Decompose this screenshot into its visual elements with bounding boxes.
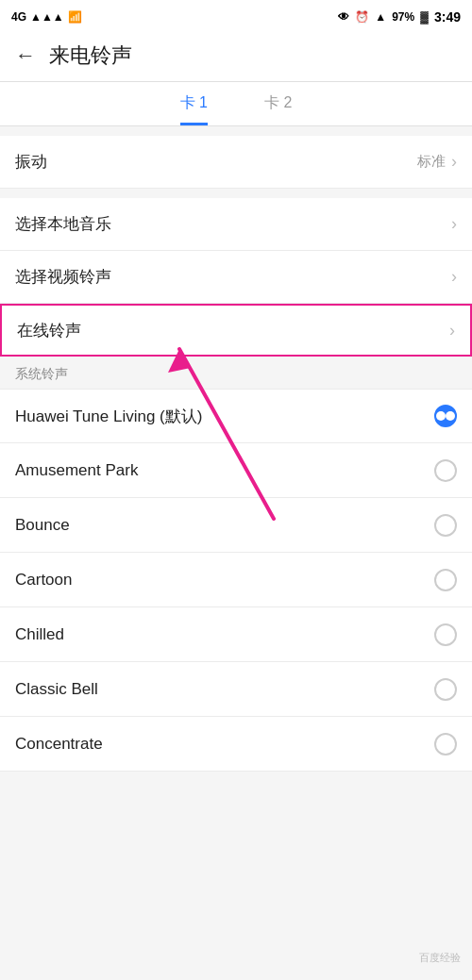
- network-type: 4G: [11, 10, 26, 24]
- ringtone-row-5[interactable]: Classic Bell: [0, 662, 472, 717]
- ringtone-label-4: Chilled: [15, 625, 64, 644]
- ringtone-row-0[interactable]: Huawei Tune Living (默认): [0, 389, 472, 443]
- vibration-value-container: 标准 ›: [417, 152, 457, 172]
- chevron-icon-local: ›: [451, 214, 457, 234]
- radio-button-3[interactable]: [434, 569, 457, 591]
- ringtone-row-4[interactable]: Chilled: [0, 607, 472, 662]
- video-ringtone-label: 选择视频铃声: [15, 266, 111, 288]
- ringtone-label-3: Cartoon: [15, 571, 72, 590]
- vibration-value: 标准: [417, 153, 446, 171]
- chevron-icon-vibration: ›: [451, 152, 457, 172]
- tab-card2[interactable]: 卡 2: [264, 93, 292, 125]
- radio-button-1[interactable]: [434, 459, 457, 482]
- gap1: [0, 126, 472, 136]
- ringtone-label-0: Huawei Tune Living (默认): [15, 406, 202, 427]
- status-left: 4G ▲▲▲ 📶: [11, 10, 82, 24]
- tabs-container: 卡 1 卡 2: [0, 82, 472, 126]
- ringtone-row-2[interactable]: Bounce: [0, 498, 472, 553]
- page-title: 来电铃声: [49, 42, 132, 70]
- status-time: 3:49: [434, 9, 461, 25]
- online-ringtone-label: 在线铃声: [17, 320, 81, 341]
- radio-button-2[interactable]: [434, 514, 457, 537]
- signal-icon: ▲▲▲: [30, 10, 64, 24]
- menu-local-music[interactable]: 选择本地音乐 ›: [0, 198, 472, 251]
- battery-icon: ▓: [420, 10, 429, 24]
- wifi-icon: 📶: [68, 10, 82, 24]
- top-bar: ← 来电铃声: [0, 34, 472, 82]
- chevron-icon-online: ›: [449, 321, 455, 341]
- vibration-row[interactable]: 振动 标准 ›: [0, 136, 472, 189]
- watermark: 百度经验: [419, 951, 461, 965]
- menu-video-ringtone[interactable]: 选择视频铃声 ›: [0, 251, 472, 304]
- battery-percent: 97%: [392, 10, 414, 24]
- ringtone-label-2: Bounce: [15, 516, 70, 535]
- vibration-label: 振动: [15, 151, 47, 173]
- ringtone-label-6: Concentrate: [15, 735, 103, 754]
- system-ringtone-label: 系统铃声: [0, 357, 472, 389]
- alarm-icon: ⏰: [355, 10, 369, 24]
- ringtone-row-6[interactable]: Concentrate: [0, 717, 472, 772]
- eye-icon: 👁: [338, 10, 349, 24]
- ringtone-row-3[interactable]: Cartoon: [0, 553, 472, 607]
- back-button[interactable]: ←: [15, 43, 36, 68]
- ringtone-row-1[interactable]: Amusement Park: [0, 443, 472, 498]
- status-bar: 4G ▲▲▲ 📶 👁 ⏰ ▲ 97% ▓ 3:49: [0, 0, 472, 34]
- radio-button-0[interactable]: [434, 405, 457, 427]
- gap2: [0, 189, 472, 198]
- status-right: 👁 ⏰ ▲ 97% ▓ 3:49: [338, 9, 461, 25]
- radio-button-6[interactable]: [434, 733, 457, 756]
- ringtone-list: Huawei Tune Living (默认) Amusement Park B…: [0, 389, 472, 772]
- radio-button-4[interactable]: [434, 623, 457, 646]
- ringtone-label-1: Amusement Park: [15, 461, 138, 480]
- menu-online-ringtone[interactable]: 在线铃声 ›: [0, 304, 472, 357]
- local-music-label: 选择本地音乐: [15, 213, 111, 235]
- chevron-icon-video: ›: [451, 267, 457, 287]
- tab-card1[interactable]: 卡 1: [180, 93, 208, 125]
- radio-button-5[interactable]: [434, 678, 457, 701]
- ringtone-label-5: Classic Bell: [15, 680, 98, 699]
- bluetooth-icon: ▲: [375, 10, 386, 24]
